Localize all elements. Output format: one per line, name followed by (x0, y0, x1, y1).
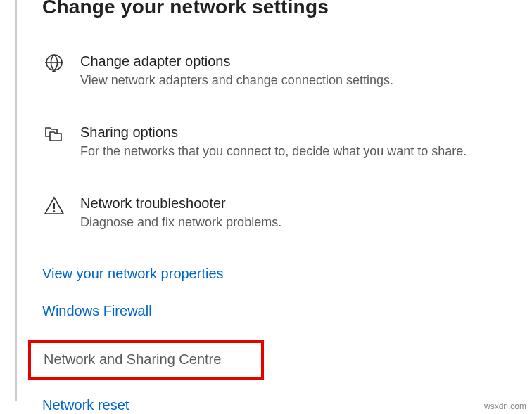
network-troubleshooter[interactable]: Network troubleshooter Diagnose and fix … (42, 194, 532, 231)
left-border (15, 0, 17, 401)
option-desc: Diagnose and fix network problems. (80, 214, 281, 231)
settings-content: Change your network settings Change adap… (0, 0, 532, 414)
warning-icon (42, 194, 66, 218)
option-desc: For the networks that you connect to, de… (80, 143, 467, 160)
links-section: View your network properties Windows Fir… (42, 266, 532, 414)
svg-point-5 (53, 211, 55, 212)
option-title: Network troubleshooter (80, 194, 281, 212)
option-title: Change adapter options (80, 52, 393, 70)
view-network-properties-link[interactable]: View your network properties (42, 266, 224, 282)
windows-firewall-link[interactable]: Windows Firewall (42, 303, 152, 319)
folders-icon (42, 123, 66, 147)
network-sharing-centre-link[interactable]: Network and Sharing Centre (44, 351, 221, 368)
option-desc: View network adapters and change connect… (80, 72, 393, 89)
globe-icon (42, 52, 66, 76)
sharing-options[interactable]: Sharing options For the networks that yo… (42, 123, 532, 160)
network-reset-link[interactable]: Network reset (42, 397, 129, 413)
highlight-box: Network and Sharing Centre (28, 340, 264, 380)
option-title: Sharing options (80, 123, 467, 141)
watermark: wsxdn.com (484, 401, 526, 411)
option-text: Change adapter options View network adap… (80, 52, 393, 89)
section-title: Change your network settings (42, 0, 532, 18)
change-adapter-options[interactable]: Change adapter options View network adap… (42, 52, 532, 89)
option-text: Network troubleshooter Diagnose and fix … (80, 194, 281, 231)
option-text: Sharing options For the networks that yo… (80, 123, 467, 160)
